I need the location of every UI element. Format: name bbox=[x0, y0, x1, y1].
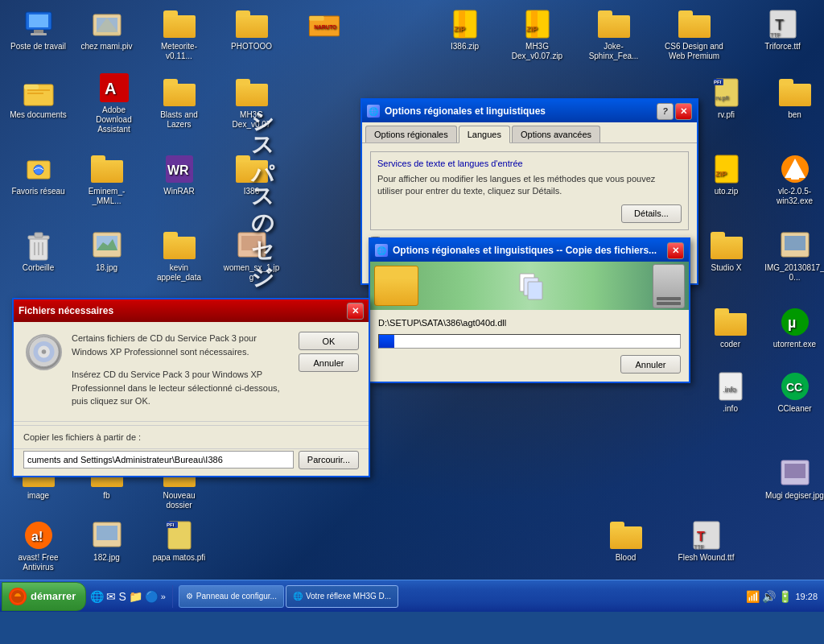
details-btn[interactable]: Détails... bbox=[621, 204, 682, 223]
svg-text:ZIP: ZIP bbox=[715, 170, 727, 178]
options-dialog-close-btn[interactable]: ✕ bbox=[675, 103, 692, 120]
icon-blasts[interactable]: Blasts and Lazers bbox=[149, 76, 209, 130]
icon-avast[interactable]: a! avast! Free Antivirus bbox=[8, 519, 68, 572]
icon-mes-docs[interactable]: Mes documents bbox=[8, 76, 68, 120]
icon-winrar[interactable]: WR WinRAR bbox=[149, 153, 209, 196]
icon-corbeille[interactable]: Corbeille bbox=[8, 229, 68, 273]
fichiers-ok-btn[interactable]: OK bbox=[299, 332, 359, 350]
icon-coder[interactable]: coder bbox=[700, 306, 760, 349]
svg-text:T: T bbox=[775, 17, 784, 33]
icon-ccleaner[interactable]: CC CCleaner bbox=[764, 370, 824, 414]
start-logo bbox=[9, 588, 27, 605]
svg-text:TTF: TTF bbox=[694, 544, 704, 550]
icon-mh3g-zip[interactable]: ZIP MH3G Dex_v0.07.zip bbox=[503, 8, 571, 61]
fichiers-annuler-btn[interactable]: Annuler bbox=[299, 353, 359, 372]
options-dialog-help-btn[interactable]: ? bbox=[657, 103, 674, 120]
icon-favoris[interactable]: Favoris réseau bbox=[8, 153, 68, 196]
icon-info[interactable]: .info .info bbox=[700, 370, 760, 414]
parcourir-btn[interactable]: Parcourir... bbox=[299, 451, 359, 469]
taskbar-more-icon[interactable]: » bbox=[161, 592, 166, 601]
tray-battery-icon[interactable]: 🔋 bbox=[778, 590, 792, 603]
fichiers-text1: Certains fichiers de CD du Service Pack … bbox=[72, 332, 282, 358]
icon-ben[interactable]: ben bbox=[764, 76, 824, 120]
taskbar-folder-icon[interactable]: 📁 bbox=[129, 590, 142, 603]
icon-kevin[interactable]: kevin appele_data bbox=[149, 229, 209, 283]
icon-papa-matos[interactable]: PFI papa matos.pfi bbox=[149, 519, 209, 563]
svg-rect-2 bbox=[34, 30, 43, 33]
options-dialog-title-buttons: ? ✕ bbox=[657, 103, 692, 120]
tab-langues[interactable]: Langues bbox=[459, 126, 510, 143]
taskbar-system-tray: 📶 🔊 🔋 19:28 bbox=[740, 590, 824, 603]
icon-studio-x[interactable]: Studio X bbox=[696, 229, 756, 273]
copy-progress-bar bbox=[378, 334, 681, 349]
icon-img-2013[interactable]: IMG_20130817_0... bbox=[764, 229, 824, 283]
tray-network-icon[interactable]: 📶 bbox=[746, 590, 760, 603]
fichiers-text2: Insérez CD du Service Pack 3 pour Window… bbox=[72, 368, 282, 408]
icon-blood[interactable]: Blood bbox=[595, 519, 656, 563]
icon-meteorite[interactable]: Meteorite-v0.11... bbox=[149, 8, 209, 61]
taskbar-panneau-icon: ⚙ bbox=[186, 592, 193, 601]
icon-triforce[interactable]: TTTF Triforce.ttf bbox=[752, 8, 813, 52]
japanese-text: シスパスのセジ bbox=[249, 97, 274, 277]
svg-rect-1 bbox=[29, 14, 48, 27]
svg-rect-14 bbox=[531, 10, 538, 38]
svg-rect-40 bbox=[35, 233, 43, 237]
svg-rect-71 bbox=[528, 282, 542, 299]
taskbar-skype-icon[interactable]: S bbox=[118, 590, 126, 603]
icon-poste-travail[interactable]: Poste de travail bbox=[8, 8, 68, 52]
svg-point-75 bbox=[41, 349, 46, 354]
section-services-title: Services de texte et langues d'entrée bbox=[377, 159, 682, 168]
icon-photooo[interactable]: PHOTOOO bbox=[221, 8, 282, 52]
taskbar-ie-icon[interactable]: 🌐 bbox=[90, 590, 104, 603]
options-dialog-icon: 🌐 bbox=[367, 105, 380, 118]
copy-server-icon bbox=[653, 264, 685, 308]
tab-options-avancees[interactable]: Options avancées bbox=[512, 126, 600, 142]
svg-rect-20 bbox=[24, 85, 39, 89]
taskbar-chrome-icon[interactable]: 🔵 bbox=[145, 590, 159, 603]
svg-text:NARUTO: NARUTO bbox=[314, 23, 336, 29]
start-button[interactable]: démarrer bbox=[2, 582, 86, 611]
icon-i386zip[interactable]: ZIP I386.zip bbox=[435, 8, 495, 52]
copy-annuler-btn[interactable]: Annuler bbox=[620, 355, 681, 374]
icon-naruto[interactable]: NARUTO bbox=[288, 8, 360, 40]
icon-mugi[interactable]: Mugi degiser.jpg bbox=[764, 457, 824, 501]
svg-rect-11 bbox=[459, 10, 465, 38]
icon-18jpg[interactable]: 18.jpg bbox=[76, 229, 137, 273]
start-label: démarrer bbox=[31, 590, 76, 602]
section-services-text: Pour afficher ou modifier les langues et… bbox=[377, 173, 682, 198]
fichiers-path-row: Copier les fichiers à partir de : bbox=[14, 425, 369, 448]
fichiers-path-input[interactable] bbox=[23, 451, 294, 469]
copy-dialog-title: Options régionales et linguistiques -- C… bbox=[393, 245, 657, 256]
icon-joke-sphinx[interactable]: Joke-Sphinx_Fea... bbox=[583, 8, 644, 61]
fichiers-separator bbox=[14, 421, 369, 422]
tab-options-regionales[interactable]: Options régionales bbox=[365, 126, 457, 142]
svg-rect-62 bbox=[97, 526, 117, 540]
copy-dialog-close-btn[interactable]: ✕ bbox=[667, 242, 684, 259]
icon-utorrent[interactable]: µ utorrent.exe bbox=[764, 306, 824, 349]
svg-rect-21 bbox=[27, 89, 50, 91]
icon-auto-zip[interactable]: ZIP uto.zip bbox=[696, 153, 756, 196]
section-services-texte: Services de texte et langues d'entrée Po… bbox=[370, 151, 689, 230]
svg-text:T: T bbox=[697, 530, 705, 543]
icon-adobe[interactable]: A Adobe Download Assistant bbox=[84, 72, 144, 134]
fichiers-input-row: Parcourir... bbox=[14, 448, 369, 476]
icon-eminem[interactable]: Eminem_-_MML... bbox=[76, 153, 137, 206]
tray-volume-icon[interactable]: 🔊 bbox=[762, 590, 776, 603]
icon-vlc[interactable]: vlc-2.0.5-win32.exe bbox=[764, 153, 824, 206]
options-dialog-title: Options régionales et linguistiques bbox=[385, 105, 546, 117]
fichiers-close-btn[interactable]: ✕ bbox=[347, 303, 364, 320]
taskbar-mail-icon[interactable]: ✉ bbox=[106, 590, 116, 603]
fichiers-buttons: OK Annuler bbox=[299, 332, 359, 408]
icon-chez-mami[interactable]: chez mami.piv bbox=[76, 8, 137, 52]
icon-flesh-wound[interactable]: TTTF Flesh Wound.ttf bbox=[676, 519, 736, 563]
copy-dialog-body: D:\SETUP\SATA\386\agt040d.dll Annuler bbox=[370, 310, 689, 382]
taskbar-clock[interactable]: 19:28 bbox=[795, 592, 818, 601]
icon-cs6design[interactable]: CS6 Design and Web Premium bbox=[660, 8, 728, 61]
svg-text:WR: WR bbox=[167, 163, 189, 177]
svg-text:a!: a! bbox=[31, 530, 43, 543]
icon-182jpg[interactable]: 182.jpg bbox=[76, 519, 137, 563]
options-dialog-tabs: Options régionales Langues Options avanc… bbox=[362, 122, 697, 143]
icon-pfi[interactable]: PFIrv.pfi rv.pfi bbox=[696, 76, 756, 120]
taskbar-btn-panneau[interactable]: ⚙ Panneau de configur... bbox=[179, 585, 284, 608]
taskbar-btn-votre-reflexe[interactable]: 🌐 Votre réflexe MH3G D... bbox=[286, 585, 398, 608]
